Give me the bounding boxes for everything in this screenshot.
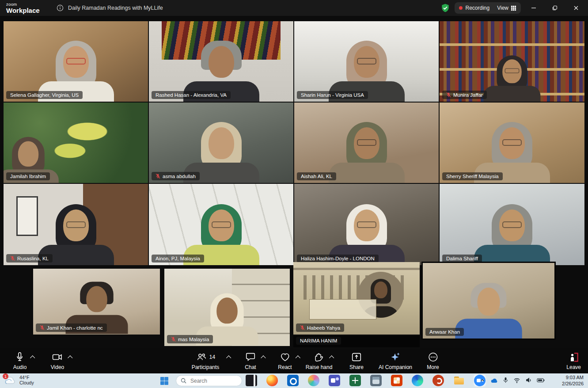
participants-button[interactable]: 14 Participants: [192, 351, 220, 370]
grid-view-icon: [511, 5, 516, 11]
participant-name: Rusaslina, KL: [17, 256, 49, 261]
search-input[interactable]: [190, 377, 237, 384]
meeting-info-icon[interactable]: [57, 4, 64, 11]
video-tile-rashed-hasan[interactable]: Rashed Hasan - Alexandria, VA: [149, 21, 293, 102]
video-button[interactable]: Video: [51, 351, 64, 370]
dark-app-icon[interactable]: [246, 375, 257, 386]
zoom-workplace-logo: zoom Workplace: [6, 2, 47, 14]
video-tile-rusaslina[interactable]: Rusaslina, KL: [4, 184, 148, 265]
recording-label: Recording: [466, 5, 490, 11]
start-button[interactable]: [159, 376, 170, 386]
participant-name-label: Sherry Sheriff Malaysia: [442, 172, 503, 180]
voice-access-icon[interactable]: [503, 377, 508, 383]
participant-name-label: asma abdullah: [152, 172, 200, 180]
chat-options-chevron[interactable]: [261, 355, 266, 360]
view-button[interactable]: View: [497, 5, 516, 11]
ai-sparkle-icon: [390, 351, 401, 363]
participant-silhouette: [325, 119, 409, 183]
share-button[interactable]: Share: [349, 351, 364, 370]
video-tile-aishah-ali[interactable]: Aishah Ali, KL: [294, 103, 439, 183]
video-tile-mas-malaysia[interactable]: mas Malaysia: [164, 269, 290, 346]
microphone-icon: [14, 351, 26, 363]
participant-name: asma abdullah: [163, 174, 196, 179]
video-tile-munira-jaffar[interactable]: Munira Jaffar: [440, 21, 584, 102]
taskbar-clock[interactable]: 9:03 AM 2/26/2026: [562, 375, 584, 387]
office-icon[interactable]: [391, 375, 402, 386]
camera-icon: [52, 351, 63, 363]
audio-options-chevron[interactable]: [30, 355, 35, 360]
participant-name-label: Rusaslina, KL: [6, 254, 53, 262]
meeting-title: Daily Ramadan Readings with MyLLife: [68, 5, 163, 11]
tray-chevron-icon[interactable]: [479, 377, 486, 383]
zoom-window-titlebar: zoom Workplace Daily Ramadan Readings wi…: [0, 0, 588, 16]
participant-name-label: mas Malaysia: [167, 335, 213, 343]
security-shield-icon[interactable]: [440, 3, 450, 13]
video-tile-sharin-harun[interactable]: Sharin Harun - Virginia USA: [294, 21, 439, 102]
video-tile-narima-hanim[interactable]: NARIMA HANIM: [293, 336, 420, 347]
file-explorer-icon[interactable]: [453, 375, 465, 386]
maximize-button[interactable]: [546, 2, 563, 14]
participant-name: Munira Jaffar: [453, 92, 483, 98]
system-tray: [479, 377, 545, 383]
react-button[interactable]: React: [278, 351, 292, 370]
participant-name-label: Anwaar Khan: [425, 328, 464, 336]
participant-name-label: Aishah Ali, KL: [297, 172, 336, 180]
participant-name-label: Ainon, PJ, Malaysia: [152, 255, 204, 262]
audio-button[interactable]: Audio: [13, 351, 27, 370]
video-options-chevron[interactable]: [68, 355, 72, 360]
weather-temp: 44°F: [19, 375, 34, 380]
leave-door-icon: [568, 351, 580, 363]
weather-widget[interactable]: 1 44°F Cloudy: [4, 375, 34, 385]
meeting-toolbar: Audio Video 14 Participants Chat React R…: [0, 348, 588, 373]
battery-icon[interactable]: [537, 378, 545, 383]
muted-mic-icon: [10, 255, 15, 261]
weather-condition: Cloudy: [19, 380, 34, 385]
copilot-icon[interactable]: [308, 375, 319, 386]
share-screen-icon: [351, 351, 362, 363]
video-tile-jamil-khan[interactable]: Jamil Khan - charlotte nc: [33, 269, 160, 335]
raised-hand-icon: [313, 351, 325, 363]
video-tile-ainon[interactable]: Ainon, PJ, Malaysia: [149, 184, 293, 265]
firefox-icon[interactable]: [266, 375, 278, 386]
participants-options-chevron[interactable]: [226, 355, 231, 360]
participant-name: Sharin Harun - Virginia USA: [301, 92, 364, 98]
participants-icon: [196, 351, 207, 363]
powerpoint-icon[interactable]: [432, 375, 444, 386]
more-button[interactable]: More: [427, 351, 439, 370]
video-tile-anwaar-khan[interactable]: Anwaar Khan: [421, 262, 556, 340]
raise-hand-options-chevron[interactable]: [329, 355, 334, 360]
video-tile-habeeb-yahya[interactable]: Habeeb Yahya: [293, 262, 420, 335]
ai-companion-button[interactable]: AI Companion: [379, 351, 412, 370]
clock-time: 9:03 AM: [562, 375, 584, 381]
onedrive-icon[interactable]: [490, 377, 498, 383]
calculator-icon[interactable]: [370, 375, 382, 386]
weather-cloud-icon: 1: [4, 375, 16, 385]
video-tile-sherry-sheriff[interactable]: Sherry Sheriff Malaysia: [440, 103, 584, 183]
participant-name-label: Jamil Khan - charlotte nc: [36, 323, 107, 332]
teams-icon[interactable]: [329, 375, 340, 386]
weather-alert-badge: 1: [3, 373, 8, 379]
video-tile-asma-abdullah[interactable]: asma abdullah: [149, 103, 293, 183]
video-tile-dalima-shariff[interactable]: Dalima Shariff: [440, 184, 584, 265]
video-tile-jamilah-ibrahim[interactable]: Jamilah Ibrahim: [4, 103, 148, 183]
video-tile-selena-gallagher[interactable]: Selena Gallagher, Virginia, US: [4, 21, 148, 102]
participant-name-label: Rashed Hasan - Alexandria, VA: [152, 91, 231, 99]
close-button[interactable]: [568, 2, 584, 14]
outlook-icon[interactable]: [287, 375, 299, 386]
excel-icon[interactable]: [349, 375, 361, 386]
leave-button[interactable]: Leave: [566, 351, 581, 370]
video-tile-haliza-hashim-doyle[interactable]: Haliza Hashim-Doyle - LONDON: [294, 184, 439, 265]
speaker-icon[interactable]: [525, 377, 532, 383]
edge-icon[interactable]: [412, 375, 423, 386]
participant-name-label: Munira Jaffar: [442, 91, 487, 99]
participant-name-label: NARIMA HANIM: [296, 337, 341, 345]
workplace-logo-text: Workplace: [6, 7, 47, 14]
recording-indicator: Recording View: [455, 2, 521, 14]
chat-button[interactable]: Chat: [245, 351, 256, 370]
minimize-button[interactable]: [525, 2, 542, 14]
raise-hand-button[interactable]: Raise hand: [306, 351, 333, 370]
taskbar-search[interactable]: [176, 375, 242, 386]
wifi-icon[interactable]: [513, 377, 520, 383]
react-options-chevron[interactable]: [295, 355, 300, 360]
participant-name: Jamilah Ibrahim: [10, 174, 46, 179]
